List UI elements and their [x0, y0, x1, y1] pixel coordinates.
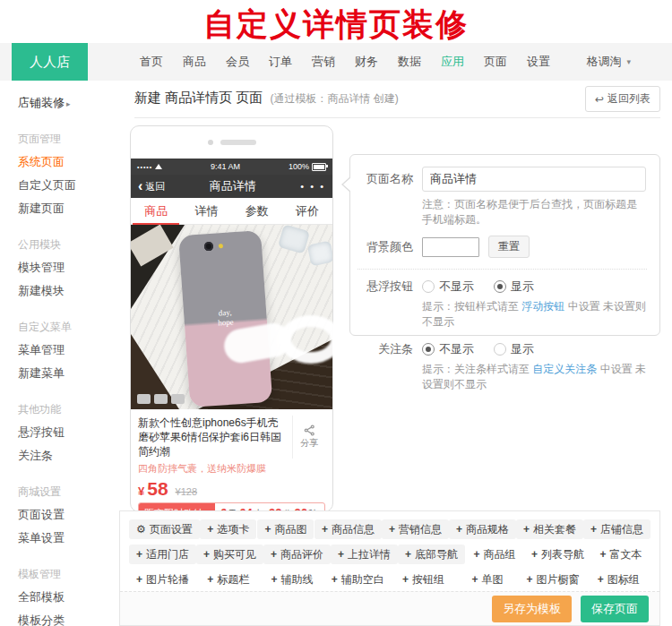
palette-add-pullup-detail-button[interactable]: +上拉详情 — [331, 545, 398, 564]
palette-add-list-nav-button[interactable]: +列表导航 — [524, 545, 591, 564]
sidebar-item-new-menu[interactable]: 新建菜单 — [18, 362, 119, 385]
palette-add-bottom-nav-button[interactable]: +底部导航 — [398, 545, 465, 564]
plus-icon: + — [136, 549, 142, 560]
nav-item-marketing[interactable]: 营销 — [312, 54, 335, 70]
plus-icon: + — [402, 574, 409, 585]
follow-bar-hint: 提示：关注条样式请至 自定义关注条 中设置 未设置则不显示 — [422, 362, 647, 392]
palette-page-settings-button[interactable]: ⚙页面设置 — [129, 519, 200, 539]
float-button-radio-hide[interactable]: 不显示 — [422, 279, 474, 295]
bg-color-swatch[interactable] — [422, 237, 479, 257]
plus-icon: + — [471, 574, 478, 585]
plus-icon: + — [322, 524, 328, 535]
nav-item-pages[interactable]: 页面 — [484, 54, 507, 70]
phone-case: day, hope — [178, 230, 272, 407]
reply-arrow-icon: ↩ — [595, 93, 604, 106]
sidebar-item-module-mgmt[interactable]: 模块管理 — [18, 256, 119, 279]
component-palette: ⚙页面设置 +选项卡 +商品图 +商品信息 +营销信息 +商品规格 +相关套餐 … — [119, 510, 660, 626]
back-to-list-label: 返回列表 — [607, 91, 650, 107]
sidebar-item-new-module[interactable]: 新建模块 — [18, 279, 119, 303]
user-name: 格调淘 — [586, 54, 621, 70]
sidebar-title[interactable]: 店铺装修▸ — [18, 91, 119, 115]
sidebar: 店铺装修▸ 页面管理 系统页面 自定义页面 新建页面 公用模块 模块管理 新建模… — [0, 81, 119, 626]
signal-dots-icon: ••••• — [137, 164, 152, 170]
back-to-list-button[interactable]: ↩ 返回列表 — [585, 86, 660, 112]
product-title-row: 新款个性创意iphone6s手机壳磨砂苹果6情侣保护套i6日韩国简约潮 分享 — [131, 409, 332, 461]
sidebar-item-new-page[interactable]: 新建页面 — [18, 197, 119, 220]
palette-add-related-bundle-button[interactable]: +相关套餐 — [516, 519, 583, 539]
chevron-left-icon: ‹ — [138, 179, 142, 193]
sidebar-item-menu-mgmt[interactable]: 菜单管理 — [18, 339, 119, 362]
plus-icon: + — [531, 549, 538, 560]
sidebar-item-page-settings[interactable]: 页面设置 — [18, 503, 119, 527]
palette-add-tabs-button[interactable]: +选项卡 — [200, 519, 256, 539]
sidebar-item-template-categories[interactable]: 模板分类 — [18, 609, 119, 626]
tab-goods[interactable]: 商品 — [131, 198, 181, 224]
phone-back-button[interactable]: ‹ 返回 — [138, 179, 165, 193]
radio-unchecked-icon — [494, 343, 506, 356]
tab-reviews[interactable]: 评价 — [282, 198, 332, 224]
sidebar-item-float-button[interactable]: 悬浮按钮 — [18, 421, 119, 444]
sidebar-item-menu-settings[interactable]: 菜单设置 — [18, 527, 119, 550]
nav-item-orders[interactable]: 订单 — [269, 54, 292, 70]
share-button[interactable]: 分享 — [292, 416, 325, 459]
palette-add-marketing-info-button[interactable]: +营销信息 — [382, 519, 449, 539]
tab-params[interactable]: 参数 — [232, 198, 282, 224]
page-name-input[interactable] — [422, 167, 646, 192]
palette-add-reviews-button[interactable]: +商品评价 — [263, 545, 331, 564]
user-menu[interactable]: 格调淘 ▾ — [586, 54, 631, 70]
palette-add-single-image-button[interactable]: +单图 — [464, 570, 510, 589]
palette-add-product-image-button[interactable]: +商品图 — [257, 519, 314, 539]
nav-item-home[interactable]: 首页 — [140, 54, 163, 70]
sidebar-group-shared-modules: 公用模块 — [18, 233, 119, 256]
palette-add-product-specs-button[interactable]: +商品规格 — [449, 519, 516, 539]
brand-logo[interactable]: 人人店 — [12, 43, 88, 81]
follow-bar-radio-show[interactable]: 显示 — [494, 341, 534, 357]
radio-checked-icon — [494, 280, 506, 293]
sidebar-group-page-mgmt: 页面管理 — [18, 127, 119, 150]
sidebar-item-all-templates[interactable]: 全部模板 — [18, 586, 119, 609]
float-button-radio-show[interactable]: 显示 — [494, 279, 534, 295]
palette-add-icon-group-button[interactable]: +图标组 — [590, 570, 647, 589]
palette-add-rich-text-button[interactable]: +富文本 — [593, 545, 650, 564]
palette-add-carousel-button[interactable]: +图片轮播 — [129, 570, 196, 589]
float-button-link[interactable]: 浮动按钮 — [521, 300, 564, 313]
nav-item-data[interactable]: 数据 — [398, 54, 421, 70]
phone-back-label: 返回 — [145, 180, 165, 193]
caret-right-icon: ▸ — [66, 99, 71, 108]
palette-add-button-group-button[interactable]: +按钮组 — [395, 570, 452, 589]
palette-add-image-window-button[interactable]: +图片橱窗 — [520, 570, 587, 589]
form-divider — [358, 269, 647, 270]
nav-item-goods[interactable]: 商品 — [183, 54, 206, 70]
nav-item-apps[interactable]: 应用 — [441, 54, 464, 70]
currency-symbol: ¥ — [138, 485, 144, 498]
case-print-text: day, hope — [183, 305, 266, 330]
palette-add-buy-visible-button[interactable]: +购买可见 — [196, 545, 263, 564]
image-thumbnails[interactable] — [137, 394, 185, 404]
palette-add-product-group-button[interactable]: +商品组 — [467, 545, 523, 564]
palette-add-stores-button[interactable]: +适用门店 — [129, 545, 196, 564]
palette-add-blank-space-button[interactable]: +辅助空白 — [324, 570, 392, 589]
palette-add-shop-info-button[interactable]: +店铺信息 — [583, 519, 650, 539]
sidebar-title-label: 店铺装修 — [18, 96, 65, 109]
plus-icon: + — [207, 524, 213, 535]
follow-bar-radio-hide[interactable]: 不显示 — [422, 341, 474, 357]
bg-color-reset-button[interactable]: 重置 — [488, 236, 530, 258]
palette-add-product-info-button[interactable]: +商品信息 — [314, 519, 382, 539]
tab-detail[interactable]: 详情 — [181, 198, 231, 224]
plus-icon: + — [405, 549, 411, 560]
more-dots-icon[interactable]: • • • — [300, 181, 325, 192]
nav-item-members[interactable]: 会员 — [226, 54, 249, 70]
plus-icon: + — [456, 524, 462, 535]
palette-add-title-bar-button[interactable]: +标题栏 — [200, 570, 256, 589]
follow-bar-label: 关注条 — [358, 341, 413, 357]
sidebar-item-follow-bar[interactable]: 关注条 — [18, 444, 119, 467]
sidebar-item-system-pages[interactable]: 系统页面 — [18, 150, 119, 174]
nav-item-settings[interactable]: 设置 — [527, 54, 550, 70]
sidebar-item-custom-pages[interactable]: 自定义页面 — [18, 174, 119, 197]
save-as-template-button[interactable]: 另存为模板 — [492, 596, 572, 622]
palette-add-divider-line-button[interactable]: +辅助线 — [264, 570, 321, 589]
radio-unchecked-icon — [422, 280, 435, 293]
nav-item-finance[interactable]: 财务 — [355, 54, 378, 70]
follow-bar-link[interactable]: 自定义关注条 — [532, 363, 597, 375]
save-page-button[interactable]: 保存页面 — [581, 596, 649, 622]
